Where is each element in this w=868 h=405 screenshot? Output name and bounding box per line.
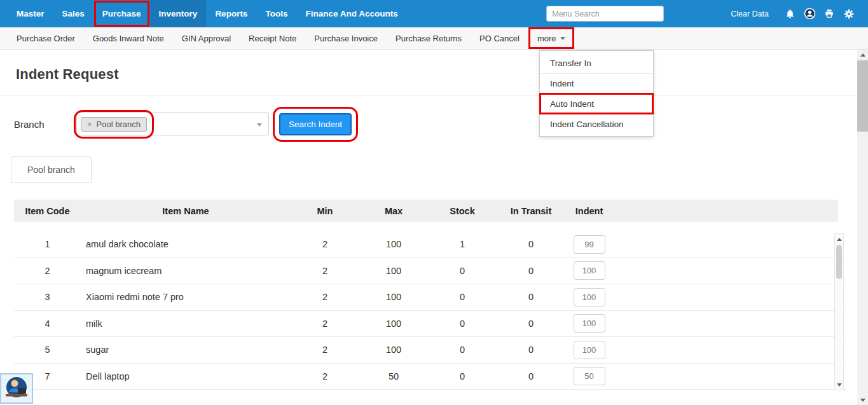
gear-icon[interactable] xyxy=(842,7,856,21)
dropdown-menu-item[interactable]: Transfer In xyxy=(540,53,653,73)
branch-label: Branch xyxy=(14,119,76,130)
more-dropdown-menu: Transfer In Indent Auto Indent Indent Ca… xyxy=(539,50,654,137)
page-scrollbar[interactable] xyxy=(857,50,868,405)
branch-tag-label: Pool branch xyxy=(97,120,141,129)
dropdown-menu-item[interactable]: Indent Cancellation xyxy=(540,114,653,134)
table-row: 3 Xiaomi redmi note 7 pro 2 100 0 0 xyxy=(14,284,846,311)
main-menu-item[interactable]: Finance And Accounts xyxy=(296,0,406,27)
select-caret-icon[interactable] xyxy=(257,123,262,127)
main-menu-item[interactable]: Inventory xyxy=(150,0,207,27)
submenu-item[interactable]: GIN Approval xyxy=(173,27,240,49)
support-person-illustration xyxy=(2,375,31,402)
cell-item-code: 1 xyxy=(14,239,81,249)
tab-pool-branch[interactable]: Pool branch xyxy=(11,156,92,183)
submenu-item[interactable]: Purchase Invoice xyxy=(305,27,387,49)
caret-down-icon xyxy=(560,37,565,40)
search-indent-button[interactable]: Search Indent xyxy=(279,113,352,135)
indent-quantity-input[interactable] xyxy=(574,261,605,280)
submenu-item[interactable]: Receipt Note xyxy=(240,27,305,49)
clear-data-button[interactable]: Clear Data xyxy=(731,10,769,18)
submenu-item[interactable]: more xyxy=(528,27,574,49)
cell-item-name: sugar xyxy=(81,345,291,355)
cell-indent xyxy=(565,235,613,254)
remove-tag-icon[interactable]: × xyxy=(87,120,92,128)
main-menu-item[interactable]: Tools xyxy=(256,0,296,27)
top-navbar: Master Sales Purchase Inventory Reports … xyxy=(0,0,868,27)
page-header: Indent Request xyxy=(0,50,868,96)
page-title: Indent Request xyxy=(16,66,852,83)
cell-item-name: Dell laptop xyxy=(81,371,291,381)
indent-quantity-input[interactable] xyxy=(574,288,605,306)
indent-quantity-input[interactable] xyxy=(574,314,605,333)
submenu-item-label: PO Cancel xyxy=(479,34,520,43)
bell-icon[interactable] xyxy=(783,7,797,21)
cell-max: 100 xyxy=(359,239,428,249)
menu-search-input[interactable] xyxy=(546,6,664,22)
main-menu-item[interactable]: Sales xyxy=(53,0,93,27)
indent-table: Item Code Item Name Min Max Stock In Tra… xyxy=(14,200,846,390)
cell-max: 100 xyxy=(359,292,428,302)
cell-item-name: milk xyxy=(81,319,291,329)
dropdown-menu-item[interactable]: Auto Indent xyxy=(540,93,653,114)
cell-item-name: Xiaomi redmi note 7 pro xyxy=(81,292,291,302)
header-in-transit: In Transit xyxy=(497,206,565,216)
cell-stock: 0 xyxy=(428,292,497,302)
cell-min: 2 xyxy=(291,239,359,249)
cell-in-transit: 0 xyxy=(497,345,565,355)
cell-item-code: 5 xyxy=(14,345,81,355)
page-scrollbar-thumb[interactable] xyxy=(857,60,868,132)
dropdown-menu-item[interactable]: Indent xyxy=(540,73,653,93)
submenu-item[interactable]: PO Cancel xyxy=(471,27,528,49)
cell-indent xyxy=(565,367,613,385)
submenu-item[interactable]: Purchase Returns xyxy=(387,27,471,49)
cell-stock: 0 xyxy=(428,371,497,381)
cell-item-code: 2 xyxy=(14,266,81,276)
header-item-code: Item Code xyxy=(14,206,81,216)
scroll-up-arrow-icon[interactable] xyxy=(857,50,868,60)
cell-min: 2 xyxy=(291,371,359,381)
cell-indent xyxy=(565,341,613,359)
cell-max: 50 xyxy=(359,371,428,381)
branch-multiselect[interactable]: × Pool branch xyxy=(76,113,269,135)
cell-stock: 0 xyxy=(428,319,497,329)
submenu-item-label: Purchase Invoice xyxy=(314,34,378,43)
cell-min: 2 xyxy=(291,345,359,355)
table-scrollbar[interactable] xyxy=(834,233,844,390)
topnav-right-tools: Clear Data xyxy=(546,6,862,22)
cell-stock: 1 xyxy=(428,239,497,249)
indent-quantity-input[interactable] xyxy=(574,341,605,359)
cell-max: 100 xyxy=(359,345,428,355)
cell-item-name: amul dark chocolate xyxy=(81,239,291,249)
cell-min: 2 xyxy=(291,319,359,329)
cell-in-transit: 0 xyxy=(497,292,565,302)
cell-indent xyxy=(565,288,613,306)
branch-filter-row: Branch × Pool branch Search Indent xyxy=(14,113,868,135)
header-indent: Indent xyxy=(565,206,613,216)
printer-icon[interactable] xyxy=(822,7,836,21)
submenu-item[interactable]: Purchase Order xyxy=(8,27,84,49)
submenu-item-label: Receipt Note xyxy=(249,34,296,43)
header-stock: Stock xyxy=(428,206,497,216)
main-menu-item[interactable]: Purchase xyxy=(93,0,150,27)
support-chat-widget[interactable] xyxy=(0,373,33,404)
indent-quantity-input[interactable] xyxy=(574,235,605,254)
submenu-item-label: GIN Approval xyxy=(182,34,231,43)
support-icon[interactable] xyxy=(803,7,816,21)
submenu-item[interactable]: Goods Inward Note xyxy=(84,27,173,49)
main-menu-item[interactable]: Master xyxy=(8,0,53,27)
indent-quantity-input[interactable] xyxy=(574,367,605,385)
cell-in-transit: 0 xyxy=(497,371,565,381)
table-row: 5 sugar 2 100 0 0 xyxy=(14,337,846,364)
cell-indent xyxy=(565,314,613,333)
scroll-down-arrow-icon[interactable] xyxy=(857,395,868,405)
branch-tag: × Pool branch xyxy=(81,117,147,132)
main-menu-item[interactable]: Reports xyxy=(206,0,256,27)
cell-in-transit: 0 xyxy=(497,239,565,249)
app-root: Master Sales Purchase Inventory Reports … xyxy=(0,0,868,390)
scroll-down-arrow-icon[interactable] xyxy=(835,380,843,390)
scroll-up-arrow-icon[interactable] xyxy=(835,234,843,244)
cell-in-transit: 0 xyxy=(497,319,565,329)
table-scrollbar-thumb[interactable] xyxy=(836,245,842,279)
cell-min: 2 xyxy=(291,266,359,276)
cell-item-name: magnum icecream xyxy=(81,266,291,276)
